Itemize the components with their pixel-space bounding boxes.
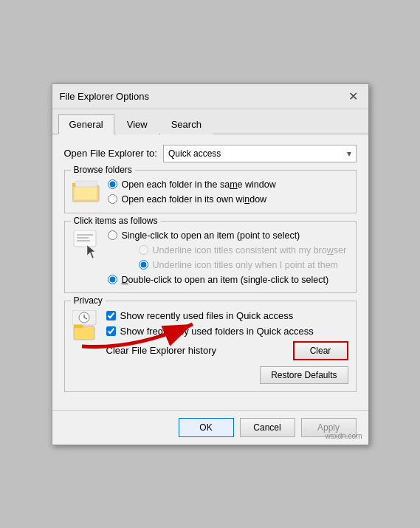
svg-rect-14 — [74, 325, 83, 328]
frequent-folders-label: Show frequently used folders in Quick ac… — [120, 326, 314, 337]
folder-icon — [72, 179, 100, 203]
privacy-frequent-folders[interactable]: Show frequently used folders in Quick ac… — [106, 326, 348, 337]
browse-option-own[interactable]: Open each folder in its own window — [108, 194, 276, 205]
privacy-content: Show recently used files in Quick access… — [72, 310, 348, 360]
click-single-label: Single-click to open an item (point to s… — [122, 230, 300, 241]
click-icon — [72, 230, 100, 261]
svg-marker-8 — [87, 245, 95, 258]
svg-rect-13 — [74, 326, 94, 340]
restore-defaults-row: Restore Defaults — [72, 366, 348, 384]
tab-search[interactable]: Search — [160, 114, 213, 134]
privacy-section: Privacy — [64, 301, 357, 392]
file-explorer-options-dialog: File Explorer Options ✕ General View Sea… — [52, 83, 369, 445]
close-button[interactable]: ✕ — [346, 89, 361, 103]
click-items-section: Click items as follows — [64, 221, 357, 293]
underline-point-label: Underline icon titles only when I point … — [153, 260, 339, 270]
privacy-recent-files[interactable]: Show recently used files in Quick access — [106, 310, 348, 321]
svg-rect-3 — [75, 181, 97, 187]
browse-own-label: Open each folder in its own window — [122, 194, 267, 205]
privacy-title: Privacy — [71, 295, 106, 306]
underline-browser-label: Underline icon titles consistent with my… — [153, 245, 347, 256]
cancel-button[interactable]: Cancel — [240, 418, 295, 437]
click-icon-area — [72, 230, 100, 264]
browse-folders-content: Open each folder in the same window Open… — [72, 179, 348, 205]
tab-view[interactable]: View — [116, 114, 159, 134]
privacy-icon-area — [72, 310, 99, 343]
click-underline-browser[interactable]: Underline icon titles consistent with my… — [123, 245, 348, 256]
svg-rect-4 — [74, 230, 96, 247]
browse-same-radio[interactable] — [108, 179, 117, 189]
browse-folders-options: Open each folder in the same window Open… — [108, 179, 276, 205]
tab-general[interactable]: General — [58, 114, 114, 134]
browse-folders-title: Browse folders — [71, 165, 135, 175]
click-double-radio[interactable] — [108, 275, 117, 284]
select-arrow-icon: ▾ — [347, 148, 351, 159]
privacy-checkboxes: Show recently used files in Quick access… — [106, 310, 348, 360]
ok-button[interactable]: OK — [179, 418, 234, 437]
open-to-row: Open File Explorer to: Quick access ▾ — [64, 145, 357, 162]
underline-browser-radio — [139, 245, 148, 255]
privacy-icon — [72, 310, 99, 341]
click-items-content: Single-click to open an item (point to s… — [72, 230, 348, 285]
svg-rect-2 — [74, 187, 97, 200]
browse-same-label: Open each folder in the same window — [122, 179, 276, 190]
tab-content: Open File Explorer to: Quick access ▾ Br… — [52, 134, 368, 410]
tab-bar: General View Search — [52, 109, 368, 134]
recent-files-checkbox[interactable] — [106, 311, 116, 320]
click-double-label: Double-click to open an item (single-cli… — [122, 275, 329, 285]
folder-icon-area — [72, 179, 100, 205]
open-to-value: Quick access — [168, 148, 221, 159]
click-underline-point[interactable]: Underline icon titles only when I point … — [123, 260, 348, 270]
clear-history-label: Clear File Explorer history — [106, 345, 217, 356]
browse-option-same[interactable]: Open each folder in the same window — [108, 179, 276, 190]
open-to-select[interactable]: Quick access ▾ — [163, 145, 357, 162]
open-to-label: Open File Explorer to: — [64, 148, 157, 159]
restore-defaults-button[interactable]: Restore Defaults — [260, 366, 348, 384]
click-single[interactable]: Single-click to open an item (point to s… — [108, 230, 348, 241]
click-items-options: Single-click to open an item (point to s… — [108, 230, 348, 285]
watermark: wsxdn.com — [325, 432, 362, 440]
underline-point-radio[interactable] — [139, 260, 148, 270]
browse-folders-section: Browse folders Open each folder in — [64, 170, 357, 213]
clear-button[interactable]: Clear — [293, 341, 348, 360]
frequent-folders-checkbox[interactable] — [106, 326, 116, 336]
clear-history-row: Clear File Explorer history Clear — [106, 341, 348, 360]
click-items-title: Click items as follows — [71, 216, 161, 226]
recent-files-label: Show recently used files in Quick access — [120, 310, 294, 321]
click-double[interactable]: Double-click to open an item (single-cli… — [108, 275, 348, 285]
browse-own-radio[interactable] — [108, 194, 117, 204]
dialog-title: File Explorer Options — [60, 91, 149, 102]
title-bar: File Explorer Options ✕ — [52, 84, 368, 109]
click-single-radio[interactable] — [108, 230, 117, 240]
dialog-footer: OK Cancel Apply — [52, 410, 368, 445]
